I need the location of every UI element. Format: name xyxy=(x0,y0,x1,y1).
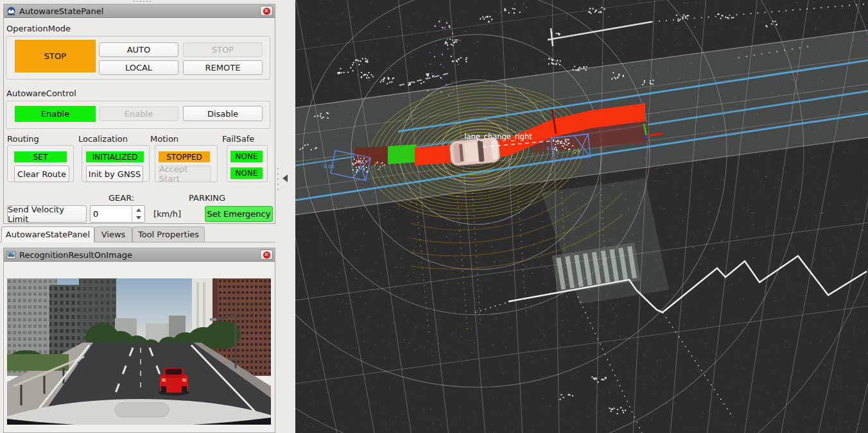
failsafe-mrm-behavior-badge: NONE xyxy=(230,167,263,179)
operation-mode-current: STOP xyxy=(15,40,96,72)
panel-splitter[interactable] xyxy=(275,0,295,433)
enable-button: Enable xyxy=(99,106,178,121)
motion-heading: Motion xyxy=(150,134,178,144)
stop-button: STOP xyxy=(183,42,263,57)
close-icon: ✕ xyxy=(263,251,270,259)
hood-vent xyxy=(115,403,169,417)
tab-views[interactable]: Views xyxy=(94,226,132,242)
spin-up-icon xyxy=(136,208,141,212)
close-button[interactable]: ✕ xyxy=(260,6,273,16)
street-light-head xyxy=(210,318,216,321)
object-velocity-label: 0.00 xyxy=(324,164,334,169)
velocity-unit-label: [km/h] xyxy=(153,209,181,219)
camera-image xyxy=(7,278,271,425)
clear-route-button[interactable]: Clear Route xyxy=(14,166,69,182)
spin-down-button[interactable] xyxy=(132,214,144,223)
close-icon: ✕ xyxy=(263,8,270,15)
trajectory-label: lane_change_right xyxy=(464,132,532,141)
3d-viewport[interactable]: lane_change_right 0.00 0.00 xyxy=(295,0,868,433)
localization-status-badge: INITIALIZED xyxy=(86,151,144,162)
close-button[interactable]: ✕ xyxy=(260,250,273,260)
send-velocity-limit-button[interactable]: Send Velocity Limit xyxy=(7,205,87,223)
recognition-result-window: RecognitionResultOnImage ✕ xyxy=(3,248,275,433)
gear-label: GEAR: xyxy=(108,193,134,203)
set-emergency-button[interactable]: Set Emergency xyxy=(205,206,273,222)
tab-autoware-state-panel[interactable]: AutowareStatePanel xyxy=(1,226,94,242)
splitter-handle-dots[interactable] xyxy=(134,1,151,2)
local-button[interactable]: LOCAL xyxy=(99,60,178,75)
accept-start-button: Accept Start xyxy=(159,166,211,182)
trajectory-green-segment xyxy=(388,144,416,164)
recognition-result-titlebar[interactable]: RecognitionResultOnImage ✕ xyxy=(4,248,275,262)
autoware-state-panel-window: AutowareStatePanel ✕ OperationMode STOP … xyxy=(3,4,275,224)
motion-status-badge: STOPPED xyxy=(159,151,210,162)
spin-down-icon xyxy=(136,216,141,219)
gear-value: PARKING xyxy=(189,193,225,203)
failsafe-heading: FailSafe xyxy=(222,134,254,144)
object-velocity-label: 0.00 xyxy=(546,146,557,151)
tab-tool-properties[interactable]: Tool Properties xyxy=(132,226,205,242)
autoware-state-panel-titlebar[interactable]: AutowareStatePanel ✕ xyxy=(4,4,275,18)
remote-button[interactable]: REMOTE xyxy=(183,60,263,75)
routing-status-badge: SET xyxy=(14,151,67,162)
localization-heading: Localization xyxy=(78,134,128,144)
panel-title: RecognitionResultOnImage xyxy=(19,250,132,260)
autoware-logo-icon xyxy=(6,6,16,16)
collapse-arrow-icon[interactable] xyxy=(282,174,288,182)
failsafe-mrm-state-badge: NONE xyxy=(230,151,263,162)
autoware-control-current: Enable xyxy=(15,106,96,122)
velocity-limit-input[interactable] xyxy=(93,207,130,221)
image-icon xyxy=(6,250,16,260)
disable-button[interactable]: Disable xyxy=(183,106,263,121)
auto-button[interactable]: AUTO xyxy=(99,42,178,57)
autoware-control-heading: AutowareControl xyxy=(6,89,76,98)
panel-title: AutowareStatePanel xyxy=(19,6,103,16)
hedge xyxy=(7,354,69,371)
spin-up-button[interactable] xyxy=(132,206,144,214)
splitter-dots xyxy=(277,168,279,190)
routing-heading: Routing xyxy=(7,134,39,144)
operation-mode-heading: OperationMode xyxy=(6,24,71,33)
init-by-gnss-button[interactable]: Init by GNSS xyxy=(86,166,143,182)
velocity-limit-spinbox xyxy=(90,205,145,223)
rviz-application: AutowareStatePanel ✕ OperationMode STOP … xyxy=(0,0,868,433)
